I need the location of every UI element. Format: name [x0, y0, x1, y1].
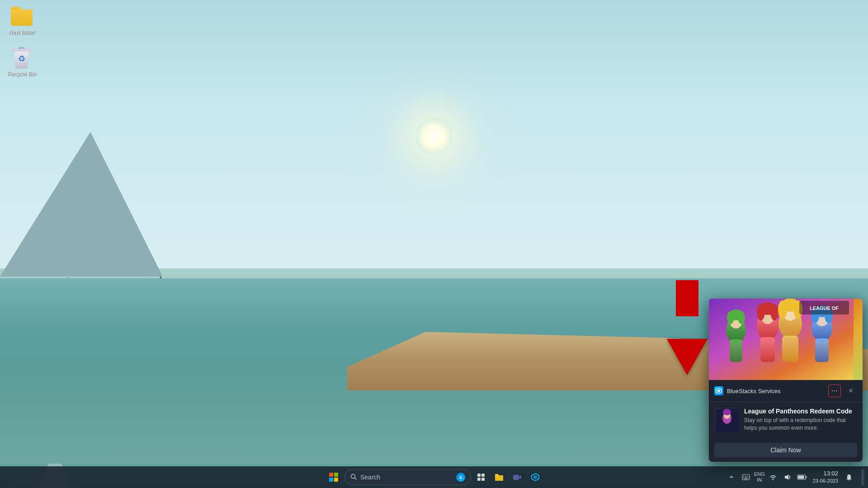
search-bar[interactable]: Search b	[344, 469, 471, 485]
svg-rect-36	[481, 474, 485, 477]
notification-header: BlueStacks Services ⋯ ×	[709, 380, 863, 402]
wifi-icon[interactable]	[767, 469, 779, 485]
notification-app-name: BlueStacks Services	[727, 388, 825, 394]
tray-expand-button[interactable]	[725, 469, 738, 485]
win-logo-yellow	[334, 478, 338, 482]
volume-icon[interactable]	[781, 469, 794, 485]
svg-rect-50	[744, 479, 748, 479]
windows-logo	[329, 473, 338, 482]
search-placeholder-text: Search	[360, 474, 453, 481]
svg-marker-42	[533, 475, 537, 479]
svg-rect-53	[806, 476, 807, 478]
bing-icon: b	[456, 473, 465, 482]
win-logo-blue	[329, 478, 333, 482]
svg-rect-45	[745, 476, 746, 477]
svg-rect-39	[495, 476, 503, 481]
svg-point-12	[770, 304, 778, 320]
taskbar: Search b	[0, 466, 868, 488]
start-button[interactable]	[325, 468, 343, 486]
recycle-bin-icon-image: ♻	[11, 47, 33, 69]
svg-point-5	[727, 311, 734, 324]
notification-action-area: Claim Now	[709, 438, 863, 462]
svg-rect-15	[782, 336, 798, 362]
svg-line-34	[355, 478, 357, 479]
svg-text:LEAGUE OF: LEAGUE OF	[810, 305, 839, 311]
search-icon	[350, 474, 357, 481]
win-logo-red	[329, 473, 333, 477]
notification-close-button[interactable]: ×	[844, 385, 857, 397]
clock-time: 13:02	[823, 469, 838, 478]
language-indicator[interactable]: ENG IN	[754, 471, 765, 483]
notification-banner-image: LEAGUE OF	[709, 299, 863, 380]
language-region: IN	[757, 477, 762, 483]
clock-display[interactable]: 13:02 23-06-2023	[810, 469, 841, 485]
desktop-icon-new-folder[interactable]: New folder	[4, 4, 40, 37]
taskbar-right: ENG IN	[722, 469, 864, 485]
battery-icon[interactable]	[796, 469, 808, 485]
arrow-head	[667, 339, 708, 375]
svg-rect-35	[477, 474, 481, 477]
folder-icon-label: New folder	[9, 29, 34, 35]
mountains	[0, 132, 434, 303]
recycle-bin-icon-label: Recycle Bin	[7, 70, 36, 77]
arrow-shaft	[676, 280, 698, 316]
notification-popup: LEAGUE OF BlueStacks Services ⋯ ×	[709, 299, 863, 462]
recycle-symbol: ♻	[14, 52, 29, 65]
mountain-1	[0, 132, 163, 277]
desktop-icon-recycle-bin[interactable]: ♻ Recycle Bin	[4, 45, 40, 79]
win-logo-green	[334, 473, 338, 477]
taskbar-center: Search b	[325, 468, 543, 486]
red-arrow-indicator	[667, 339, 708, 429]
notification-title: League of Pantheons Redeem Code	[744, 408, 857, 415]
svg-rect-47	[743, 477, 744, 478]
taskbar-file-explorer[interactable]	[491, 469, 507, 485]
notification-more-button[interactable]: ⋯	[828, 385, 841, 397]
svg-rect-3	[730, 339, 742, 362]
svg-rect-48	[745, 477, 747, 478]
show-desktop-button[interactable]	[862, 469, 864, 485]
taskbar-bluestacks[interactable]	[527, 469, 543, 485]
svg-point-11	[757, 304, 765, 320]
bluestacks-icon	[714, 386, 723, 395]
notifications-icon[interactable]	[843, 469, 855, 485]
system-tray: ENG IN	[722, 469, 859, 485]
touch-keyboard-button[interactable]	[740, 469, 752, 485]
notification-thumbnail	[714, 408, 740, 433]
clock-date: 23-06-2023	[813, 478, 838, 484]
claim-now-button[interactable]: Claim Now	[714, 443, 857, 457]
svg-rect-40	[513, 475, 519, 480]
svg-point-6	[738, 311, 745, 324]
svg-rect-52	[798, 476, 804, 479]
language-text: ENG	[754, 471, 765, 477]
notif-banner-svg: LEAGUE OF	[709, 299, 854, 380]
notification-body: League of Pantheons Redeem Code Stay on …	[709, 402, 863, 438]
svg-point-32	[723, 409, 731, 415]
svg-rect-9	[760, 337, 775, 362]
svg-rect-44	[743, 476, 744, 477]
svg-rect-38	[481, 478, 485, 481]
svg-rect-21	[815, 338, 829, 362]
svg-point-17	[778, 300, 787, 319]
taskbar-teams[interactable]	[509, 469, 525, 485]
svg-rect-49	[748, 477, 749, 478]
taskbar-task-view[interactable]	[473, 469, 489, 485]
svg-rect-46	[747, 476, 748, 477]
folder-icon-image	[11, 5, 33, 27]
notification-description: Stay on top of with a redemption code th…	[744, 417, 857, 432]
svg-rect-37	[477, 478, 481, 481]
desktop: New folder ♻ Recycle Bin	[0, 0, 868, 488]
notification-content: League of Pantheons Redeem Code Stay on …	[744, 408, 857, 432]
svg-marker-28	[717, 389, 720, 392]
